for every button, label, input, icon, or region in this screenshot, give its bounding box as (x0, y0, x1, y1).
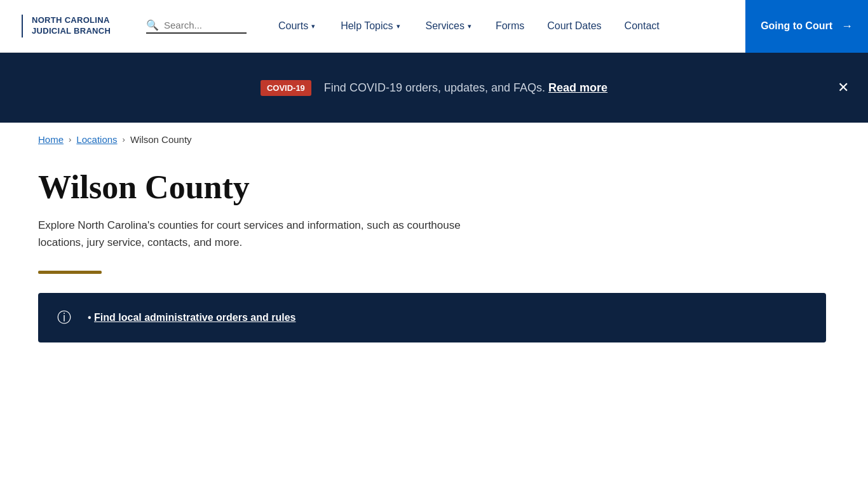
breadcrumb-current: Wilson County (130, 134, 192, 145)
page-description: Explore North Carolina's counties for co… (38, 217, 508, 251)
search-input[interactable] (164, 20, 247, 30)
nav-forms[interactable]: Forms (484, 0, 536, 53)
site-header: NORTH CAROLINA JUDICIAL BRANCH 🔍 Courts … (0, 0, 868, 53)
info-box: ⓘ • Find local administrative orders and… (38, 293, 826, 342)
main-content: Wilson County Explore North Carolina's c… (0, 156, 868, 368)
covid-read-more-link[interactable]: Read more (548, 81, 607, 94)
breadcrumb: Home › Locations › Wilson County (0, 123, 868, 156)
covid-banner: COVID-19 Find COVID-19 orders, updates, … (0, 53, 868, 123)
close-banner-button[interactable]: ✕ (837, 81, 849, 95)
nav-services[interactable]: Services ▾ (413, 0, 484, 53)
search-area[interactable]: 🔍 (146, 19, 247, 34)
main-nav: Courts ▾ Help Topics ▾ Services ▾ Forms … (266, 0, 745, 53)
search-icon[interactable]: 🔍 (146, 19, 159, 31)
help-topics-chevron-icon: ▾ (397, 22, 400, 30)
breadcrumb-separator-1: › (69, 135, 71, 144)
logo-area: NORTH CAROLINA JUDICIAL BRANCH (13, 15, 146, 37)
going-to-court-arrow-icon: → (841, 20, 853, 33)
breadcrumb-separator-2: › (123, 135, 125, 144)
breadcrumb-home[interactable]: Home (38, 134, 64, 145)
going-to-court-button[interactable]: Going to Court → (745, 0, 868, 53)
info-box-content: • Find local administrative orders and r… (88, 312, 295, 323)
local-orders-link[interactable]: Find local administrative orders and rul… (94, 312, 295, 323)
info-circle-icon: ⓘ (57, 308, 75, 327)
services-chevron-icon: ▾ (468, 22, 471, 30)
page-title: Wilson County (38, 169, 830, 205)
breadcrumb-locations[interactable]: Locations (76, 134, 117, 145)
site-logo[interactable]: NORTH CAROLINA JUDICIAL BRANCH (32, 15, 111, 37)
covid-badge: COVID-19 (261, 80, 311, 96)
nav-help-topics[interactable]: Help Topics ▾ (328, 0, 412, 53)
courts-chevron-icon: ▾ (311, 22, 315, 30)
nav-contact[interactable]: Contact (613, 0, 671, 53)
logo-divider (22, 15, 23, 37)
bullet-icon: • (88, 312, 94, 323)
nav-court-dates[interactable]: Court Dates (536, 0, 613, 53)
decorative-divider (38, 271, 102, 274)
covid-text: Find COVID-19 orders, updates, and FAQs.… (324, 81, 607, 95)
nav-courts[interactable]: Courts ▾ (266, 0, 328, 53)
